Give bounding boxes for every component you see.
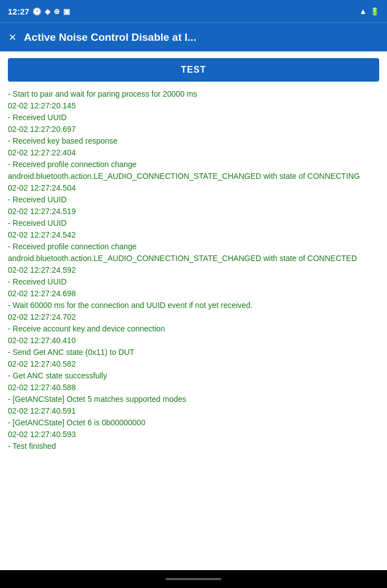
- log-entry: - Wait 60000 ms for the connection and U…: [8, 300, 379, 311]
- close-button[interactable]: ×: [9, 31, 16, 44]
- status-bar-left: 12:27 🕐 ◈ ⊕ ▣: [8, 7, 70, 16]
- log-area[interactable]: - Start to pair and wait for paring proc…: [0, 88, 387, 570]
- log-entry: - Get ANC state successfully: [8, 370, 379, 382]
- bottom-bar: [0, 570, 387, 588]
- log-entry: 02-02 12:27:40.591: [8, 405, 379, 417]
- battery-icon: 🔋: [370, 7, 379, 16]
- page-title: Active Noise Control Disable at I...: [24, 31, 378, 44]
- log-entry: 02-02 12:27:40.593: [8, 429, 379, 440]
- location-icon: ⊕: [54, 7, 60, 16]
- log-entry: - Test finished: [8, 440, 379, 452]
- log-entry: 02-02 12:27:24.702: [8, 311, 379, 323]
- log-entry: - [GetANCState] Octet 6 is 0b00000000: [8, 417, 379, 429]
- screen-icon: ▣: [63, 7, 70, 16]
- log-entry: - Received profile connection change and…: [8, 159, 379, 182]
- log-entry: - Start to pair and wait for paring proc…: [8, 88, 379, 100]
- log-entry: 02-02 12:27:40.582: [8, 358, 379, 370]
- log-entry: - Received UUID: [8, 217, 379, 229]
- log-entry: 02-02 12:27:40.410: [8, 335, 379, 347]
- log-entry: 02-02 12:27:24.542: [8, 229, 379, 241]
- log-entry: 02-02 12:27:24.519: [8, 206, 379, 217]
- alarm-icon: 🕐: [32, 7, 41, 16]
- log-entry: 02-02 12:27:24.698: [8, 288, 379, 300]
- log-entry: 02-02 12:27:20.145: [8, 100, 379, 112]
- log-entry: - Received key based response: [8, 135, 379, 147]
- log-entry: - Received UUID: [8, 276, 379, 288]
- vpn-icon: ◈: [45, 7, 50, 16]
- log-entry: - [GetANCState] Octet 5 matches supporte…: [8, 393, 379, 405]
- test-button[interactable]: TEST: [8, 58, 379, 82]
- title-bar: × Active Noise Control Disable at I...: [0, 22, 387, 51]
- wifi-icon: ▲: [359, 7, 367, 16]
- time-display: 12:27: [8, 7, 29, 16]
- log-entry: 02-02 12:27:40.588: [8, 382, 379, 393]
- log-entry: 02-02 12:27:24.504: [8, 182, 379, 194]
- log-entry: 02-02 12:27:24.592: [8, 264, 379, 276]
- log-entry: - Send Get ANC state (0x11) to DUT: [8, 347, 379, 358]
- bottom-nav-indicator: [166, 578, 221, 580]
- log-entry: - Received profile connection change and…: [8, 241, 379, 264]
- log-entry: - Received UUID: [8, 194, 379, 206]
- log-entry: - Receive account key and device connect…: [8, 323, 379, 335]
- status-bar-right: ▲ 🔋: [359, 7, 379, 16]
- main-content: TEST - Start to pair and wait for paring…: [0, 51, 387, 570]
- log-entry: 02-02 12:27:22.404: [8, 147, 379, 159]
- log-entry: 02-02 12:27:20.697: [8, 124, 379, 135]
- log-entry: - Received UUID: [8, 112, 379, 124]
- status-bar: 12:27 🕐 ◈ ⊕ ▣ ▲ 🔋: [0, 0, 387, 22]
- test-button-container: TEST: [0, 58, 387, 82]
